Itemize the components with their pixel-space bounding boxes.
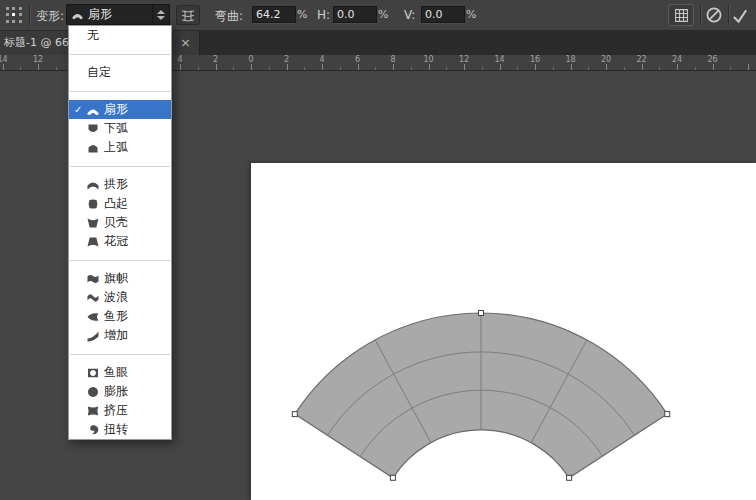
warp-style-option[interactable]: 凸起 <box>69 194 171 213</box>
ruler-label: 12 <box>459 55 469 64</box>
warp-style-option-label: 贝壳 <box>104 214 128 231</box>
ruler-tick <box>730 67 731 70</box>
warp-style-select[interactable]: 扇形 <box>66 4 170 25</box>
warp-style-option[interactable]: 膨胀 <box>69 382 171 401</box>
warp-style-option[interactable]: 贝壳 <box>69 213 171 232</box>
warp-style-option[interactable]: 鱼眼 <box>69 363 171 382</box>
ruler-tick <box>251 64 252 70</box>
warp-style-option[interactable]: 波浪 <box>69 288 171 307</box>
reference-point-locator[interactable] <box>6 7 23 24</box>
refpoint-dot <box>19 7 22 10</box>
warp-style-option-label: 自定 <box>87 64 111 81</box>
warp-orientation-button[interactable] <box>176 5 200 25</box>
ruler-tick <box>393 64 394 70</box>
warp-style-option[interactable]: ✓扇形 <box>69 100 171 119</box>
menu-separator <box>69 251 171 269</box>
warp-style-option-label: 扇形 <box>104 101 128 118</box>
bend-percent: % <box>297 8 307 21</box>
photoshop-window: 变形: 扇形 弯曲: % H: % V: % <box>0 0 756 500</box>
refpoint-dot <box>12 7 15 10</box>
h-distort-input[interactable] <box>333 6 377 23</box>
warp-grid-icon <box>674 8 689 23</box>
ruler-tick <box>713 64 714 70</box>
ruler-tick <box>56 67 57 70</box>
ruler-tick <box>269 67 270 70</box>
warp-preview[interactable] <box>251 163 756 500</box>
refpoint-dot <box>19 13 22 16</box>
ruler-label: 26 <box>707 55 717 64</box>
arch-icon <box>86 179 103 191</box>
warp-style-option[interactable]: 旗帜 <box>69 269 171 288</box>
ruler-tick <box>748 64 749 70</box>
refpoint-dot <box>6 7 9 10</box>
checkmark-icon: ✓ <box>74 104 86 115</box>
ruler-tick <box>588 67 589 70</box>
inflate-icon <box>86 386 103 398</box>
fisheye-icon <box>86 367 103 379</box>
ruler-tick <box>659 67 660 70</box>
h-distort-label: H: <box>317 8 330 22</box>
warp-style-option[interactable]: 无 <box>69 26 171 45</box>
refpoint-dot <box>12 20 15 23</box>
warp-style-option[interactable]: 自定 <box>69 63 171 82</box>
warp-control-point[interactable] <box>292 412 297 417</box>
warp-style-option[interactable]: 上弧 <box>69 138 171 157</box>
warp-style-option[interactable]: 下弧 <box>69 119 171 138</box>
cancel-transform-button[interactable] <box>705 6 723 24</box>
ruler-tick <box>695 67 696 70</box>
warp-style-option-label: 下弧 <box>104 120 128 137</box>
bend-input[interactable] <box>252 6 296 23</box>
warp-style-option-label: 上弧 <box>104 139 128 156</box>
ruler-label: 14 <box>494 55 504 64</box>
refpoint-dot-center <box>12 13 15 16</box>
bend-label: 弯曲: <box>215 8 243 25</box>
arc-lower-icon <box>86 123 103 135</box>
menu-separator <box>69 157 171 175</box>
ruler-tick <box>624 67 625 70</box>
ruler-label: 12 <box>33 55 43 64</box>
ruler-tick <box>322 64 323 70</box>
shell-upper-icon <box>86 236 103 248</box>
ruler-tick <box>482 67 483 70</box>
menu-separator <box>69 345 171 363</box>
warp-control-point[interactable] <box>479 311 484 316</box>
warp-control-point[interactable] <box>665 412 670 417</box>
warp-style-option-label: 旗帜 <box>104 270 128 287</box>
ruler-tick <box>20 67 21 70</box>
warp-style-option[interactable]: 增加 <box>69 326 171 345</box>
ruler-tick <box>340 67 341 70</box>
shell-lower-icon <box>86 217 103 229</box>
v-distort-label: V: <box>404 8 415 22</box>
warp-style-option[interactable]: 挤压 <box>69 401 171 420</box>
checkmark-commit-icon <box>731 6 749 25</box>
warp-style-option-label: 花冠 <box>104 233 128 250</box>
ruler-tick <box>517 67 518 70</box>
v-distort-input[interactable] <box>421 6 465 23</box>
h-percent: % <box>378 8 388 21</box>
warp-style-option[interactable]: 花冠 <box>69 232 171 251</box>
warp-control-point[interactable] <box>567 475 572 480</box>
ruler-label: 6 <box>355 55 360 64</box>
ruler-tick <box>464 64 465 70</box>
warp-style-option-label: 无 <box>87 27 99 44</box>
menu-separator <box>69 82 171 100</box>
warp-mode-toggle-button[interactable] <box>668 4 694 26</box>
fish-icon <box>86 311 103 323</box>
ruler-label: 20 <box>601 55 611 64</box>
ruler-label: 8 <box>390 55 395 64</box>
commit-transform-button[interactable] <box>731 6 749 24</box>
warp-control-point[interactable] <box>390 475 395 480</box>
ruler-tick <box>500 64 501 70</box>
warp-style-option[interactable]: 扭转 <box>69 420 171 439</box>
ruler-label: 16 <box>530 55 540 64</box>
warp-style-option[interactable]: 鱼形 <box>69 307 171 326</box>
warp-style-option-label: 波浪 <box>104 289 128 306</box>
ruler-label: 22 <box>636 55 646 64</box>
warp-style-option[interactable]: 拱形 <box>69 175 171 194</box>
arc-icon <box>86 104 103 116</box>
arc-icon <box>71 9 84 20</box>
tab-close-button[interactable]: × <box>180 36 191 49</box>
ruler-tick <box>535 64 536 70</box>
wave-icon <box>86 292 103 304</box>
warp-label: 变形: <box>36 8 64 25</box>
